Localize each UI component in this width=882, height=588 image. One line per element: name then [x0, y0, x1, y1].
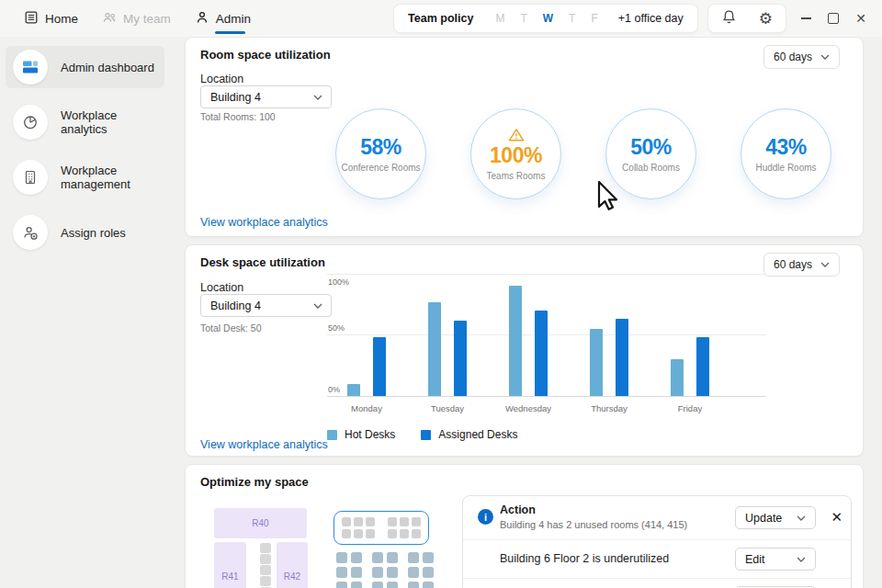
location-label: Location: [200, 281, 243, 294]
sidebar-item-workplace-analytics[interactable]: Workplace analytics: [6, 101, 164, 143]
x-axis-label: Thursday: [572, 403, 646, 413]
legend-assigned-desks[interactable]: Assigned Desks: [421, 428, 517, 441]
minimize-button[interactable]: [792, 0, 820, 37]
action-row-text: Building 6 Floor 2 is underutilized: [500, 552, 669, 565]
pie-chart-icon: [13, 105, 48, 140]
desk-cluster: [372, 552, 398, 588]
room-type-label: Teams Rooms: [487, 171, 546, 181]
desk-square: [342, 529, 351, 538]
bar-hot-desks: [590, 329, 603, 396]
close-button[interactable]: ✕: [847, 0, 875, 37]
legend-hot-desks[interactable]: Hot Desks: [327, 428, 395, 441]
room-period-dropdown[interactable]: 60 days: [763, 45, 840, 69]
sidebar: Admin dashboard Workplace analytics Work…: [0, 37, 170, 588]
desk-space-utilization-card: Desk space utilization 60 days Location …: [185, 244, 864, 457]
card-title: Room space utilization: [200, 48, 331, 62]
home-icon: [24, 10, 39, 28]
gridline-100: [327, 274, 766, 275]
close-icon[interactable]: ✕: [831, 510, 842, 524]
huddle-rooms-circle: 43% Huddle Rooms: [741, 108, 831, 199]
people-icon: [102, 10, 117, 28]
tab-home[interactable]: Home: [24, 0, 78, 37]
edit-dropdown-button[interactable]: Edit: [735, 548, 816, 571]
tab-my-team-label: My team: [123, 12, 171, 26]
room-type-label: Conference Rooms: [341, 163, 420, 173]
location-select[interactable]: Building 4: [200, 294, 332, 317]
desk-square: [412, 517, 421, 526]
legend-label: Assigned Desks: [438, 428, 517, 441]
tab-admin[interactable]: Admin: [195, 0, 251, 37]
office-day-label: +1 office day: [618, 12, 684, 25]
desk-square: [336, 582, 347, 588]
sidebar-item-workplace-management[interactable]: Workplace management: [6, 156, 164, 198]
room-type-label: Collab Rooms: [622, 163, 680, 173]
sidebar-item-label: Admin dashboard: [61, 61, 154, 74]
sidebar-item-label: Workplace analytics: [61, 108, 164, 136]
bell-icon[interactable]: [721, 9, 737, 28]
team-policy-label: Team policy: [408, 12, 473, 25]
selected-desk-row[interactable]: [334, 511, 429, 545]
view-workplace-analytics-link[interactable]: View workplace analytics: [200, 438, 328, 451]
legend-swatch: [327, 430, 337, 440]
desk-cluster: [342, 517, 375, 538]
floorplan-room-r42[interactable]: R42: [277, 542, 308, 588]
tab-my-team[interactable]: My team: [102, 0, 171, 37]
desk-square: [260, 576, 271, 586]
chevron-down-icon: [820, 54, 830, 60]
location-select[interactable]: Building 4: [200, 85, 332, 108]
x-axis-label: Friday: [653, 403, 727, 413]
desk-square: [387, 552, 398, 563]
bar-assigned-desks: [616, 319, 628, 396]
collab-rooms-circle: 50% Collab Rooms: [605, 108, 696, 199]
bar-group-tuesday: [428, 302, 467, 396]
desk-square: [354, 529, 363, 538]
floorplan-room-r41[interactable]: R41: [214, 542, 246, 588]
top-bar: Home My team Admin Team policy M T W T F…: [0, 0, 882, 37]
desk-period-dropdown[interactable]: 60 days: [763, 253, 840, 277]
desk-square: [366, 517, 375, 526]
utilization-pct: 100%: [490, 143, 542, 168]
room-type-label: Huddle Rooms: [755, 163, 816, 173]
chart-legend: Hot Desks Assigned Desks: [327, 428, 517, 441]
day-friday[interactable]: F: [591, 12, 597, 25]
button-label: Update: [745, 512, 782, 525]
team-policy-pill: Team policy M T W T F +1 office day: [393, 4, 698, 33]
utilization-pct: 50%: [630, 135, 672, 160]
desk-square: [336, 552, 347, 563]
sidebar-item-assign-roles[interactable]: Assign roles: [6, 211, 164, 254]
team-policy-days: M T W T F: [495, 12, 597, 25]
y-tick: 0%: [328, 385, 340, 394]
total-desks: Total Desk: 50: [200, 322, 262, 334]
desk-square: [351, 552, 362, 563]
tab-home-label: Home: [45, 12, 78, 26]
desk-cluster: [388, 517, 421, 538]
day-tuesday[interactable]: T: [520, 12, 526, 25]
day-wednesday[interactable]: W: [543, 12, 553, 25]
room-space-utilization-card: Room space utilization 60 days Location …: [185, 37, 864, 237]
desk-square: [408, 552, 419, 563]
utilization-pct: 58%: [360, 135, 401, 160]
location-value: Building 4: [210, 300, 261, 312]
button-label: Edit: [745, 553, 765, 566]
day-thursday[interactable]: T: [569, 12, 575, 25]
desk-square: [423, 582, 434, 588]
floorplan-room-r40[interactable]: R40: [214, 508, 307, 538]
view-workplace-analytics-link[interactable]: View workplace analytics: [200, 216, 328, 229]
card-title: Optimize my space: [200, 475, 309, 489]
desk-square: [387, 567, 398, 578]
bar-hot-desks: [428, 302, 441, 396]
desk-map-rows: [336, 552, 434, 588]
person-icon: [195, 10, 209, 28]
sidebar-item-admin-dashboard[interactable]: Admin dashboard: [6, 46, 164, 88]
desk-square: [336, 567, 347, 578]
period-value: 60 days: [774, 51, 812, 63]
card-title: Desk space utilization: [200, 255, 325, 269]
update-dropdown-button[interactable]: Update: [735, 506, 816, 529]
maximize-button[interactable]: [820, 0, 847, 37]
chevron-down-icon: [797, 515, 806, 521]
gear-icon[interactable]: ⚙: [759, 11, 773, 27]
day-monday[interactable]: M: [495, 12, 504, 25]
desk-square: [260, 543, 271, 553]
chevron-down-icon: [820, 262, 830, 267]
action-row: Building 5 Room 203 is missing amenities…: [463, 578, 851, 588]
